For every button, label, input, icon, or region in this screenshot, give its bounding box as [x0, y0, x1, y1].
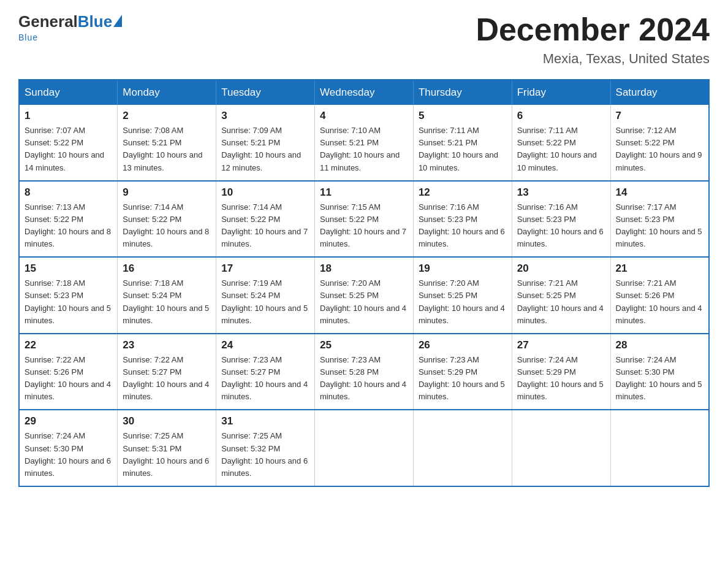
calendar-cell: 25 Sunrise: 7:23 AMSunset: 5:28 PMDaylig… [315, 334, 414, 410]
weekday-header-thursday: Thursday [413, 80, 512, 105]
logo-subtitle: Blue [18, 33, 38, 42]
day-number: 19 [419, 262, 507, 275]
day-number: 28 [616, 339, 703, 351]
calendar-cell: 12 Sunrise: 7:16 AMSunset: 5:23 PMDaylig… [413, 181, 512, 258]
day-info: Sunrise: 7:11 AMSunset: 5:21 PMDaylight:… [419, 126, 498, 172]
day-number: 11 [320, 186, 408, 199]
day-info: Sunrise: 7:07 AMSunset: 5:22 PMDaylight:… [25, 126, 104, 172]
calendar-cell [610, 410, 709, 486]
day-info: Sunrise: 7:15 AMSunset: 5:22 PMDaylight:… [320, 202, 406, 248]
day-number: 4 [320, 110, 408, 122]
day-info: Sunrise: 7:14 AMSunset: 5:22 PMDaylight:… [123, 202, 209, 248]
page-header: General Blue Blue December 2024 Mexia, T… [18, 12, 710, 67]
day-number: 20 [517, 262, 605, 275]
calendar-table: SundayMondayTuesdayWednesdayThursdayFrid… [18, 79, 710, 487]
day-number: 2 [123, 110, 211, 122]
day-info: Sunrise: 7:13 AMSunset: 5:22 PMDaylight:… [25, 202, 111, 248]
day-number: 29 [25, 415, 112, 427]
day-info: Sunrise: 7:23 AMSunset: 5:28 PMDaylight:… [320, 355, 406, 401]
weekday-header-wednesday: Wednesday [315, 80, 414, 105]
calendar-cell: 31 Sunrise: 7:25 AMSunset: 5:32 PMDaylig… [216, 410, 315, 486]
day-info: Sunrise: 7:21 AMSunset: 5:25 PMDaylight:… [517, 278, 604, 324]
calendar-cell: 1 Sunrise: 7:07 AMSunset: 5:22 PMDayligh… [19, 105, 118, 181]
calendar-week-row: 1 Sunrise: 7:07 AMSunset: 5:22 PMDayligh… [19, 105, 709, 181]
day-info: Sunrise: 7:24 AMSunset: 5:29 PMDaylight:… [517, 355, 604, 401]
day-number: 14 [616, 186, 703, 199]
day-number: 15 [25, 262, 112, 275]
day-number: 6 [517, 110, 605, 122]
calendar-week-row: 15 Sunrise: 7:18 AMSunset: 5:23 PMDaylig… [19, 257, 709, 334]
calendar-cell: 8 Sunrise: 7:13 AMSunset: 5:22 PMDayligh… [19, 181, 118, 258]
day-number: 12 [419, 186, 507, 199]
calendar-cell: 26 Sunrise: 7:23 AMSunset: 5:29 PMDaylig… [413, 334, 512, 410]
day-number: 5 [419, 110, 507, 122]
day-info: Sunrise: 7:09 AMSunset: 5:21 PMDaylight:… [221, 126, 301, 172]
day-info: Sunrise: 7:23 AMSunset: 5:29 PMDaylight:… [419, 355, 505, 401]
logo-general-text: General [18, 12, 78, 31]
day-number: 16 [123, 262, 211, 275]
weekday-header-monday: Monday [118, 80, 216, 105]
logo: General Blue Blue [18, 12, 122, 42]
day-info: Sunrise: 7:17 AMSunset: 5:23 PMDaylight:… [616, 202, 702, 248]
calendar-cell: 5 Sunrise: 7:11 AMSunset: 5:21 PMDayligh… [413, 105, 512, 181]
day-info: Sunrise: 7:16 AMSunset: 5:23 PMDaylight:… [517, 202, 604, 248]
calendar-cell: 11 Sunrise: 7:15 AMSunset: 5:22 PMDaylig… [315, 181, 414, 258]
calendar-cell: 30 Sunrise: 7:25 AMSunset: 5:31 PMDaylig… [118, 410, 216, 486]
calendar-cell: 27 Sunrise: 7:24 AMSunset: 5:29 PMDaylig… [512, 334, 610, 410]
calendar-cell: 18 Sunrise: 7:20 AMSunset: 5:25 PMDaylig… [315, 257, 414, 334]
day-number: 18 [320, 262, 408, 275]
day-info: Sunrise: 7:22 AMSunset: 5:27 PMDaylight:… [123, 355, 209, 401]
logo-triangle-icon [113, 15, 122, 27]
day-info: Sunrise: 7:14 AMSunset: 5:22 PMDaylight:… [221, 202, 308, 248]
day-info: Sunrise: 7:21 AMSunset: 5:26 PMDaylight:… [616, 278, 702, 324]
day-number: 23 [123, 339, 211, 351]
calendar-week-row: 29 Sunrise: 7:24 AMSunset: 5:30 PMDaylig… [19, 410, 709, 486]
day-number: 1 [25, 110, 112, 122]
calendar-cell: 14 Sunrise: 7:17 AMSunset: 5:23 PMDaylig… [610, 181, 709, 258]
calendar-cell: 3 Sunrise: 7:09 AMSunset: 5:21 PMDayligh… [216, 105, 315, 181]
calendar-week-row: 22 Sunrise: 7:22 AMSunset: 5:26 PMDaylig… [19, 334, 709, 410]
day-number: 10 [221, 186, 309, 199]
calendar-cell: 20 Sunrise: 7:21 AMSunset: 5:25 PMDaylig… [512, 257, 610, 334]
calendar-cell [512, 410, 610, 486]
calendar-cell [315, 410, 414, 486]
logo-blue-text: Blue [78, 12, 112, 31]
weekday-header-tuesday: Tuesday [216, 80, 315, 105]
weekday-header-saturday: Saturday [610, 80, 709, 105]
day-number: 21 [616, 262, 703, 275]
weekday-header-sunday: Sunday [19, 80, 118, 105]
logo-text: General Blue [18, 12, 122, 31]
day-info: Sunrise: 7:08 AMSunset: 5:21 PMDaylight:… [123, 126, 202, 172]
calendar-cell: 13 Sunrise: 7:16 AMSunset: 5:23 PMDaylig… [512, 181, 610, 258]
day-number: 30 [123, 415, 211, 427]
day-info: Sunrise: 7:18 AMSunset: 5:23 PMDaylight:… [25, 278, 111, 324]
calendar-cell: 15 Sunrise: 7:18 AMSunset: 5:23 PMDaylig… [19, 257, 118, 334]
calendar-cell [413, 410, 512, 486]
day-number: 31 [221, 415, 309, 427]
day-number: 24 [221, 339, 309, 351]
day-info: Sunrise: 7:25 AMSunset: 5:31 PMDaylight:… [123, 431, 209, 477]
day-info: Sunrise: 7:19 AMSunset: 5:24 PMDaylight:… [221, 278, 308, 324]
calendar-cell: 16 Sunrise: 7:18 AMSunset: 5:24 PMDaylig… [118, 257, 216, 334]
day-number: 25 [320, 339, 408, 351]
day-number: 9 [123, 186, 211, 199]
month-title: December 2024 [476, 12, 710, 47]
day-info: Sunrise: 7:18 AMSunset: 5:24 PMDaylight:… [123, 278, 209, 324]
calendar-cell: 28 Sunrise: 7:24 AMSunset: 5:30 PMDaylig… [610, 334, 709, 410]
calendar-cell: 23 Sunrise: 7:22 AMSunset: 5:27 PMDaylig… [118, 334, 216, 410]
day-info: Sunrise: 7:16 AMSunset: 5:23 PMDaylight:… [419, 202, 505, 248]
calendar-cell: 2 Sunrise: 7:08 AMSunset: 5:21 PMDayligh… [118, 105, 216, 181]
day-number: 22 [25, 339, 112, 351]
location-title: Mexia, Texas, United States [476, 51, 710, 67]
day-info: Sunrise: 7:10 AMSunset: 5:21 PMDaylight:… [320, 126, 400, 172]
weekday-header-friday: Friday [512, 80, 610, 105]
day-number: 3 [221, 110, 309, 122]
calendar-cell: 17 Sunrise: 7:19 AMSunset: 5:24 PMDaylig… [216, 257, 315, 334]
day-info: Sunrise: 7:24 AMSunset: 5:30 PMDaylight:… [616, 355, 702, 401]
calendar-cell: 19 Sunrise: 7:20 AMSunset: 5:25 PMDaylig… [413, 257, 512, 334]
day-info: Sunrise: 7:24 AMSunset: 5:30 PMDaylight:… [25, 431, 111, 477]
calendar-cell: 24 Sunrise: 7:23 AMSunset: 5:27 PMDaylig… [216, 334, 315, 410]
day-info: Sunrise: 7:20 AMSunset: 5:25 PMDaylight:… [419, 278, 505, 324]
day-number: 13 [517, 186, 605, 199]
day-number: 17 [221, 262, 309, 275]
